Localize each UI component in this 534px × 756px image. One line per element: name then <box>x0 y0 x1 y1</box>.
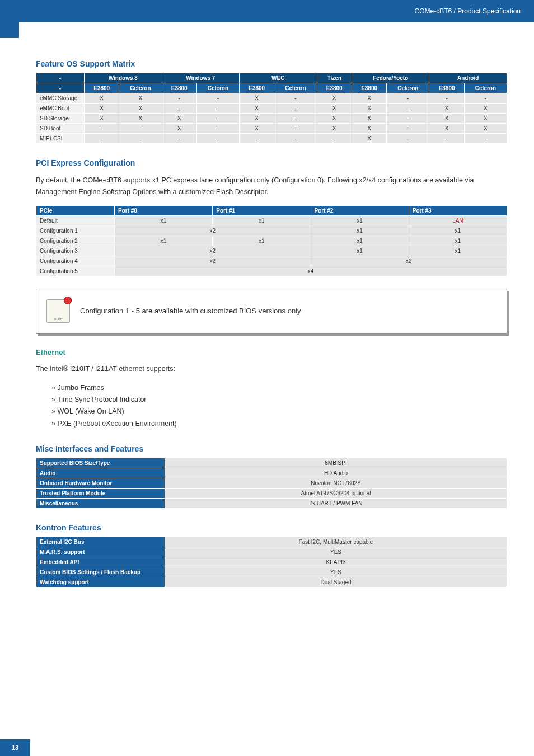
list-item: Time Sync Protocol Indicator <box>51 394 507 406</box>
os-cell: - <box>240 134 274 144</box>
os-cell: - <box>119 124 162 134</box>
kv-key: Custom BIOS Settings / Flash Backup <box>36 567 165 577</box>
os-group-android: Android <box>429 73 507 83</box>
table-row: - E3800 Celeron E3800 Celeron E3800 Cele… <box>36 83 507 93</box>
pcie-header: Port #1 <box>213 205 311 215</box>
kv-key: Supported BIOS Size/Type <box>36 458 165 468</box>
pcie-row-label: Default <box>36 215 115 226</box>
os-cell: - <box>317 134 352 144</box>
ethernet-description: The Intel® i210IT / i211AT ethernet supp… <box>36 363 507 375</box>
os-row-label: SD Boot <box>36 124 85 134</box>
os-sub: E3800 <box>162 83 196 93</box>
os-sub: Celeron <box>387 83 429 93</box>
table-row: eMMC Storage X X - - X - X X - - - <box>36 93 507 104</box>
os-cell: - <box>119 134 162 144</box>
ethernet-feature-list: Jumbo Frames Time Sync Protocol Indicato… <box>36 382 507 430</box>
pcie-row-label: Configuration 2 <box>36 236 115 246</box>
os-cell: - <box>196 114 239 124</box>
os-cell: X <box>119 114 162 124</box>
os-cell: X <box>464 124 507 134</box>
os-cell: - <box>387 114 429 124</box>
os-cell: X <box>464 114 507 124</box>
note-text: Configuration 1 - 5 are available with c… <box>80 307 301 315</box>
os-row-label: eMMC Storage <box>36 93 85 104</box>
os-cell: - <box>387 104 429 114</box>
kv-value: YES <box>165 567 507 577</box>
kv-key: Trusted Platform Module <box>36 488 165 498</box>
kv-key: External I2C Bus <box>36 537 165 547</box>
table-row: AudioHD Audio <box>36 468 507 478</box>
os-cell: X <box>119 104 162 114</box>
os-cell: X <box>429 124 464 134</box>
heading-misc: Misc Interfaces and Features <box>36 444 507 453</box>
os-cell: X <box>352 134 386 144</box>
os-cell: - <box>274 124 317 134</box>
table-row: PCIe Port #0 Port #1 Port #2 Port #3 <box>36 205 507 215</box>
os-cell: - <box>274 93 317 104</box>
left-accent-strip <box>0 0 19 38</box>
os-sub: Celeron <box>119 83 162 93</box>
list-item: Jumbo Frames <box>51 382 507 394</box>
table-row: Configuration 3 x2 x1 x1 <box>36 246 507 256</box>
misc-table: Supported BIOS Size/Type8MB SPI AudioHD … <box>36 458 507 509</box>
os-cell: - <box>196 124 239 134</box>
heading-pcie: PCI Express Configuration <box>36 158 507 167</box>
os-cell: - <box>162 104 196 114</box>
kv-value: Dual Staged <box>165 577 507 587</box>
pcie-cell: x1 <box>213 236 311 246</box>
page-content: Feature OS Support Matrix - Windows 8 Wi… <box>0 22 534 610</box>
pcie-description: By default, the COMe-cBT6 supports x1 PC… <box>36 175 507 199</box>
os-cell: - <box>162 93 196 104</box>
os-sub: E3800 <box>240 83 274 93</box>
pcie-row-label: Configuration 3 <box>36 246 115 256</box>
os-cell: X <box>352 93 386 104</box>
pcie-cell: x2 <box>115 226 311 236</box>
os-row-label: SD Storage <box>36 114 85 124</box>
os-support-table: - Windows 8 Windows 7 WEC Tizen Fedora/Y… <box>36 73 507 144</box>
os-group-tizen: Tizen <box>317 73 352 83</box>
os-cell: - <box>387 124 429 134</box>
os-cell: X <box>240 93 274 104</box>
os-group-win7: Windows 7 <box>162 73 240 83</box>
os-cell: - <box>274 114 317 124</box>
os-cell: X <box>85 104 119 114</box>
pcie-cell: x1 <box>311 226 409 236</box>
table-row: MIPI-CSI - - - - - - - X - - - <box>36 134 507 144</box>
os-cell: X <box>464 104 507 114</box>
os-group-fedora: Fedora/Yocto <box>352 73 429 83</box>
os-cell: - <box>387 134 429 144</box>
os-cell: X <box>317 114 352 124</box>
table-row: M.A.R.S. supportYES <box>36 547 507 557</box>
os-sub: Celeron <box>196 83 239 93</box>
kv-value: YES <box>165 547 507 557</box>
table-row: Watchdog supportDual Staged <box>36 577 507 587</box>
kv-value: Fast I2C, MultiMaster capable <box>165 537 507 547</box>
kv-value: HD Audio <box>165 468 507 478</box>
os-sub: E3800 <box>352 83 386 93</box>
pcie-row-label: Configuration 5 <box>36 266 115 276</box>
kv-value: 2x UART / PWM FAN <box>165 498 507 508</box>
pcie-cell: x1 <box>115 215 213 226</box>
os-cell: X <box>240 124 274 134</box>
list-item: WOL (Wake On LAN) <box>51 406 507 417</box>
table-row: Configuration 2 x1 x1 x1 x1 <box>36 236 507 246</box>
os-cell: - <box>464 93 507 104</box>
table-row: Custom BIOS Settings / Flash BackupYES <box>36 567 507 577</box>
table-row: - Windows 8 Windows 7 WEC Tizen Fedora/Y… <box>36 73 507 83</box>
kv-value: 8MB SPI <box>165 458 507 468</box>
heading-ethernet: Ethernet <box>36 348 507 356</box>
header-band: COMe-cBT6 / Product Specification <box>0 0 534 22</box>
kv-key: Watchdog support <box>36 577 165 587</box>
os-cell: - <box>85 134 119 144</box>
os-cell: - <box>196 93 239 104</box>
pcie-cell: x1 <box>311 236 409 246</box>
doc-title: COMe-cBT6 / Product Specification <box>415 7 521 15</box>
kv-value: Nuvoton NCT7802Y <box>165 478 507 488</box>
pcie-cell: x1 <box>213 215 311 226</box>
os-cell: - <box>429 93 464 104</box>
os-cell: X <box>85 93 119 104</box>
table-row: eMMC Boot X X - - X - X X - X X <box>36 104 507 114</box>
pcie-header: Port #2 <box>311 205 409 215</box>
os-cell: - <box>274 134 317 144</box>
pcie-cell: x2 <box>311 256 507 266</box>
